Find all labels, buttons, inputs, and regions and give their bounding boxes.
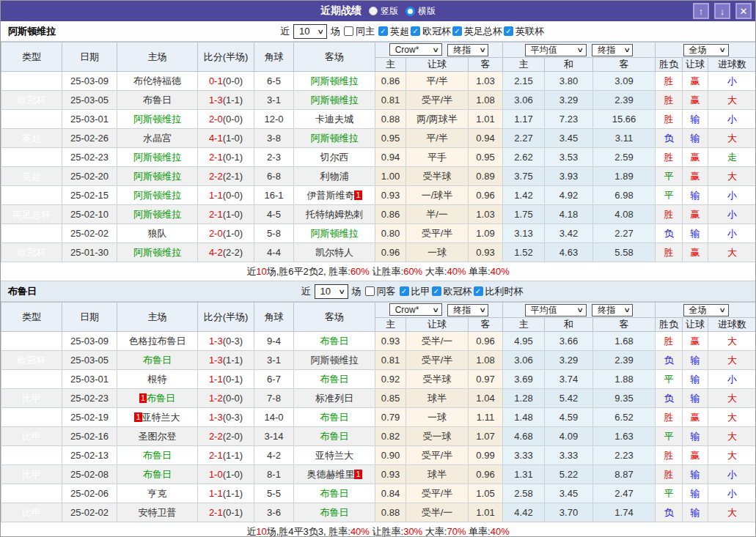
match-score: 2-1(0-1) <box>198 148 254 167</box>
average-select[interactable]: 平均值∨ <box>525 304 587 316</box>
bookmaker-select[interactable]: Crow*∨ <box>389 43 442 56</box>
league-badge: 英超 <box>1 186 62 205</box>
match-score: 1-1(0-0) <box>198 186 254 205</box>
away-team: 阿斯顿维拉 <box>294 129 375 148</box>
layout-radio-vertical[interactable]: 竖版 <box>369 5 398 18</box>
move-up-button[interactable]: ↑ <box>693 3 709 19</box>
result-goals: 大 <box>708 446 756 465</box>
score-fulltime: 4-2 <box>209 247 223 258</box>
odds-handicap: 球半 <box>406 465 469 484</box>
match-score: 1-3(0-3) <box>198 408 254 427</box>
match-date: 25-03-01 <box>62 110 117 129</box>
score-fulltime: 2-1 <box>209 450 223 461</box>
league-filter-label: 英足总杯 <box>464 25 502 38</box>
team-label: 切尔西 <box>320 152 349 163</box>
away-team: 阿斯顿维拉 <box>294 91 375 110</box>
team-label: 布鲁日 <box>143 355 172 366</box>
avg-home: 2.27 <box>503 129 545 148</box>
scope-select[interactable]: 全场∨ <box>683 304 729 316</box>
team-label: 阿斯顿维拉 <box>133 152 181 163</box>
score-fulltime: 1-1 <box>209 374 223 385</box>
result-outcome: 胜 <box>656 91 683 110</box>
odds-handicap: 平/半 <box>406 72 469 91</box>
score-halftime: (1-0) <box>223 133 243 144</box>
league-filter-checkbox[interactable]: ✓比利时杯 <box>474 285 524 298</box>
corner-score: 4-4 <box>254 243 294 262</box>
same-venue-checkbox[interactable]: 同主 <box>344 25 375 38</box>
index-type-select-2[interactable]: 终指∨ <box>592 304 633 316</box>
move-down-button[interactable]: ↓ <box>714 3 730 19</box>
col-header-home: 主场 <box>117 303 198 332</box>
avg-home: 2.58 <box>503 484 545 503</box>
scope-select[interactable]: 全场∨ <box>683 44 729 56</box>
league-filter-checkbox[interactable]: ✓比甲 <box>400 285 430 298</box>
matches-count-select[interactable]: 10 ∨ <box>293 24 327 39</box>
league-filter-checkbox[interactable]: ✓英足总杯 <box>452 25 502 38</box>
corner-score: 3-8 <box>254 129 294 148</box>
team-label: 布鲁日 <box>320 488 349 499</box>
index-type-select[interactable]: 终指∨ <box>447 44 488 56</box>
league-filter-checkbox[interactable]: ✓欧冠杯 <box>411 25 451 38</box>
avg-draw: 3.74 <box>545 370 593 389</box>
odds-away: 0.89 <box>469 167 503 186</box>
result-outcome: 胜 <box>656 148 683 167</box>
same-venue-label: 同客 <box>377 285 396 298</box>
odds-header-cell: Crow*∨ 终指∨ <box>375 303 503 318</box>
away-team: 利物浦 <box>294 167 375 186</box>
avg-home: 4.42 <box>503 503 545 522</box>
avg-away: 2.27 <box>593 224 656 243</box>
league-filter-checkbox[interactable]: ✓英超 <box>378 25 409 38</box>
summary-text: 60% <box>403 266 422 277</box>
league-badge: 比甲 <box>1 465 62 484</box>
league-badge: 欧冠杯 <box>1 408 62 427</box>
summary-text: 70% <box>447 526 466 537</box>
score-fulltime: 4-1 <box>209 133 223 144</box>
match-row: 欧冠杯25-03-05布鲁日1-3(1-1)3-1阿斯顿维拉0.81受平/半1.… <box>1 91 756 110</box>
col-header-score: 比分(半场) <box>198 42 254 72</box>
match-score: 2-2(2-1) <box>198 167 254 186</box>
team-label: 布鲁日 <box>320 374 349 385</box>
index-type-select[interactable]: 终指∨ <box>447 304 488 316</box>
window-title: 近期战绩 <box>320 4 362 18</box>
red-card-badge: 1 <box>354 470 362 479</box>
league-filter-checkbox[interactable]: ✓英联杯 <box>504 25 544 38</box>
col-header-result-goals: 进球数 <box>708 58 756 72</box>
score-halftime: (0-3) <box>223 336 243 347</box>
bookmaker-select[interactable]: Crow*∨ <box>389 303 442 316</box>
matches-count-select[interactable]: 10 ∨ <box>315 284 348 299</box>
match-date: 25-02-08 <box>62 465 117 484</box>
col-header-odds-home: 主 <box>375 318 406 332</box>
col-header-corner: 角球 <box>254 303 294 332</box>
league-filters: ✓英超✓欧冠杯✓英足总杯✓英联杯 <box>378 25 546 38</box>
checkbox-checked-icon: ✓ <box>432 286 441 296</box>
odds-handicap: 受半/一 <box>406 503 469 522</box>
avg-away: 9.35 <box>593 389 656 408</box>
same-venue-checkbox[interactable]: 同客 <box>365 285 396 298</box>
match-date: 25-02-19 <box>62 408 117 427</box>
odds-handicap: 一/球半 <box>406 186 469 205</box>
result-goals: 大 <box>708 167 756 186</box>
odds-away: 1.01 <box>469 110 503 129</box>
match-date: 25-02-02 <box>62 224 117 243</box>
summary-text: 场,胜4平3负3, 胜率: <box>267 525 351 537</box>
match-score: 1-0(1-0) <box>198 465 254 484</box>
away-team: 布鲁日 <box>294 370 375 389</box>
chevron-down-icon: ∨ <box>623 46 631 53</box>
close-button[interactable]: ✕ <box>735 3 752 19</box>
league-badge: 比甲 <box>1 332 62 351</box>
layout-radio-horizontal[interactable]: 横版 <box>405 5 436 18</box>
away-team: 托特纳姆热刺 <box>294 205 375 224</box>
home-team: 阿斯顿维拉 <box>117 243 198 262</box>
avg-home: 1.31 <box>503 465 545 484</box>
match-row: 欧冠杯25-01-30阿斯顿维拉4-2(2-2)4-4凯尔特人0.96一球0.9… <box>1 243 756 262</box>
result-goals: 小 <box>708 484 756 503</box>
match-date: 25-03-01 <box>62 370 117 389</box>
chevron-down-icon: ∨ <box>719 306 726 314</box>
window-titlebar: 近期战绩 竖版 横版 ↑ ↓ ✕ <box>1 1 755 21</box>
league-filter-checkbox[interactable]: ✓欧冠杯 <box>432 285 472 298</box>
average-select[interactable]: 平均值∨ <box>525 44 587 56</box>
odds-home: 0.95 <box>375 129 406 148</box>
index-type-select-2[interactable]: 终指∨ <box>592 44 633 56</box>
avg-draw: 3.33 <box>545 446 593 465</box>
avg-draw: 3.29 <box>545 91 593 110</box>
